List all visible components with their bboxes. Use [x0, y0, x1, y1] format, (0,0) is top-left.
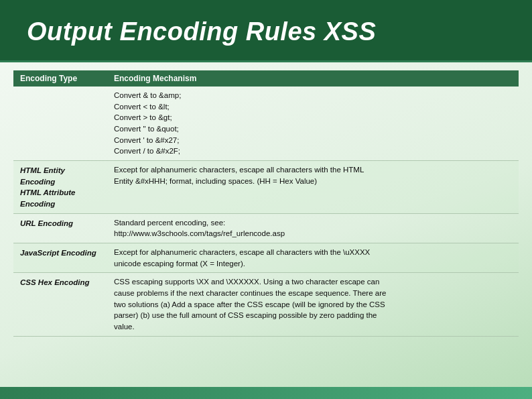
encoding-type — [13, 87, 107, 161]
bottom-bar — [0, 387, 532, 399]
encoding-table: Encoding Type Encoding Mechanism Convert… — [13, 70, 519, 337]
col-header-type: Encoding Type — [13, 70, 107, 87]
slide-content: Encoding Type Encoding Mechanism Convert… — [0, 62, 532, 387]
encoding-type: CSS Hex Encoding — [13, 273, 107, 336]
col-header-mechanism: Encoding Mechanism — [107, 70, 519, 87]
slide-title: Output Encoding Rules XSS — [27, 17, 376, 46]
table-row: JavaScript Encoding Except for alphanume… — [13, 243, 519, 273]
encoding-mechanism: Except for alphanumeric characters, esca… — [107, 161, 519, 214]
encoding-mechanism: CSS escaping supports \XX and \XXXXXX. U… — [107, 273, 519, 336]
encoding-type: HTML EntityEncodingHTML AttributeEncodin… — [13, 161, 107, 214]
slide-header: Output Encoding Rules XSS — [0, 0, 532, 60]
table-row: HTML EntityEncodingHTML AttributeEncodin… — [13, 161, 519, 214]
encoding-type: JavaScript Encoding — [13, 243, 107, 273]
table-row: Convert & to &amp; Convert < to &lt; Con… — [13, 87, 519, 161]
table-row: CSS Hex Encoding CSS escaping supports \… — [13, 273, 519, 336]
encoding-mechanism: Convert & to &amp; Convert < to &lt; Con… — [107, 87, 519, 161]
encoding-mechanism: Standard percent encoding, see: http://w… — [107, 213, 519, 243]
table-header-row: Encoding Type Encoding Mechanism — [13, 70, 519, 87]
encoding-type: URL Encoding — [13, 213, 107, 243]
encoding-mechanism: Except for alphanumeric characters, esca… — [107, 243, 519, 273]
table-row: URL Encoding Standard percent encoding, … — [13, 213, 519, 243]
slide: Output Encoding Rules XSS Encoding Type … — [0, 0, 532, 399]
